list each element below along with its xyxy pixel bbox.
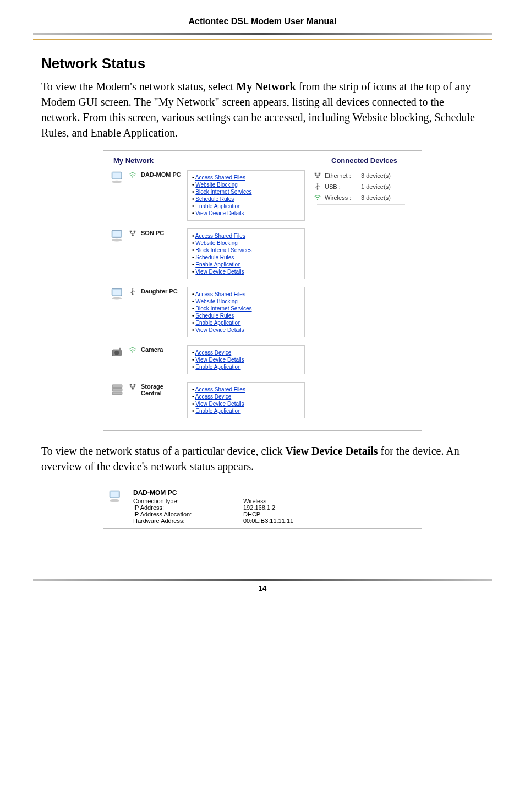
outro-paragraph: To view the network status of a particul… [41, 443, 484, 474]
header-divider [33, 33, 492, 35]
device-actions-box: Access Shared FilesAccess DeviceView Dev… [187, 382, 305, 418]
wireless-icon [314, 194, 321, 201]
outro-bold: View Device Details [285, 445, 378, 457]
device-name: DAD-MOM PC [141, 170, 183, 178]
device-action-link[interactable]: Enable Application [195, 203, 240, 209]
device-action-item: Website Blocking [192, 298, 300, 305]
device-action-link[interactable]: Schedule Rules [195, 313, 234, 319]
device-action-item: Block Internet Services [192, 247, 300, 254]
device-action-link[interactable]: Block Internet Services [195, 189, 251, 195]
ethernet-icon [129, 383, 136, 391]
device-action-item: Access Shared Files [192, 174, 300, 181]
device-action-item: Enable Application [192, 203, 300, 210]
details-label: IP Address Allocation: [133, 511, 243, 517]
connected-count: 3 device(s) [361, 172, 415, 179]
device-action-item: Access Device [192, 393, 300, 400]
device-action-link[interactable]: Schedule Rules [195, 196, 234, 202]
device-action-item: Website Blocking [192, 181, 300, 188]
device-action-item: Schedule Rules [192, 254, 300, 261]
details-value: 192.168.1.2 [243, 504, 417, 511]
connected-label: Ethernet : [325, 172, 358, 179]
device-details-panel: DAD-MOM PC Connection type: Wireless IP … [103, 484, 422, 529]
device-action-link[interactable]: Website Blocking [195, 240, 238, 246]
device-actions-box: Access Shared FilesWebsite BlockingBlock… [187, 228, 305, 279]
device-action-item: Access Shared Files [192, 386, 300, 393]
details-label: Connection type: [133, 498, 243, 504]
device-action-link[interactable]: Access Shared Files [195, 386, 245, 393]
device-action-link[interactable]: Website Blocking [195, 298, 238, 304]
section-title: Network Status [41, 55, 484, 72]
svg-point-2 [110, 499, 119, 502]
ethernet-icon [129, 230, 136, 237]
pc-icon [108, 489, 122, 503]
device-action-item: Enable Application [192, 407, 300, 415]
details-row: Hardware Address: 00:0E:B3:11.11.11 [133, 517, 417, 524]
device-actions-box: Access DeviceView Device DetailsEnable A… [187, 345, 305, 374]
device-action-link[interactable]: View Device Details [195, 269, 244, 275]
devices-column: My Network DAD-MOM PCAccess Shared Files… [103, 151, 311, 430]
device-details-icon-col [108, 489, 128, 524]
usb-icon [314, 183, 321, 190]
details-row: IP Address: 192.168.1.2 [133, 504, 417, 511]
device-action-link[interactable]: Enable Application [195, 364, 240, 370]
connected-row: Wireless : 3 device(s) [314, 192, 415, 203]
details-value: 00:0E:B3:11.11.11 [243, 517, 417, 524]
device-action-link[interactable]: Enable Application [195, 408, 240, 414]
details-value: Wireless [243, 498, 417, 504]
svg-rect-1 [111, 492, 119, 497]
connected-label: Wireless : [325, 194, 358, 201]
my-network-panel: My Network DAD-MOM PCAccess Shared Files… [103, 150, 422, 431]
device-action-link[interactable]: View Device Details [195, 357, 244, 363]
page-number: 14 [0, 584, 525, 592]
details-row: IP Address Allocation: DHCP [133, 511, 417, 517]
device-action-link[interactable]: Access Device [195, 350, 232, 356]
details-label: Hardware Address: [133, 517, 243, 524]
connected-row: USB : 1 device(s) [314, 181, 415, 192]
device-action-link[interactable]: View Device Details [195, 401, 244, 407]
intro-bold: My Network [236, 80, 296, 92]
device-action-link[interactable]: Access Device [195, 394, 232, 400]
intro-paragraph: To view the Modem's network status, sele… [41, 79, 484, 140]
panel-title: My Network [108, 156, 307, 169]
details-row: Connection type: Wireless [133, 498, 417, 504]
device-action-link[interactable]: Enable Application [195, 320, 240, 326]
connected-devices-column: Connected Devices Ethernet : 3 device(s)… [311, 151, 422, 430]
wireless-icon [129, 346, 136, 354]
device-action-link[interactable]: Access Shared Files [195, 175, 245, 181]
pc-icon [110, 287, 124, 301]
ethernet-icon [314, 172, 321, 179]
connected-count: 1 device(s) [361, 183, 415, 190]
details-value: DHCP [243, 511, 417, 517]
wireless-icon [129, 171, 136, 179]
connected-count: 3 device(s) [361, 194, 415, 201]
device-action-link[interactable]: Schedule Rules [195, 254, 234, 260]
footer-divider [33, 579, 492, 581]
manual-title: Actiontec DSL Modem User Manual [0, 0, 525, 33]
device-action-item: Enable Application [192, 363, 300, 370]
device-action-item: Access Shared Files [192, 291, 300, 298]
device-action-item: View Device Details [192, 326, 300, 334]
device-action-link[interactable]: Block Internet Services [195, 247, 251, 253]
device-row: CameraAccess DeviceView Device DetailsEn… [108, 344, 307, 381]
device-row: Daughter PCAccess Shared FilesWebsite Bl… [108, 286, 307, 344]
device-action-item: Access Shared Files [192, 232, 300, 239]
usb-icon [129, 288, 136, 296]
device-action-item: View Device Details [192, 356, 300, 363]
device-row: Storage CentralAccess Shared FilesAccess… [108, 381, 307, 425]
device-action-item: Schedule Rules [192, 312, 300, 319]
device-action-link[interactable]: View Device Details [195, 327, 244, 333]
connected-divider [317, 204, 405, 205]
device-action-link[interactable]: Access Shared Files [195, 291, 245, 297]
outro-text-before: To view the network status of a particul… [41, 445, 285, 457]
pc-icon [110, 170, 124, 184]
camera-icon [110, 345, 124, 359]
device-action-link[interactable]: View Device Details [195, 210, 244, 216]
device-action-link[interactable]: Enable Application [195, 261, 240, 268]
device-action-link[interactable]: Access Shared Files [195, 233, 245, 239]
device-action-item: Block Internet Services [192, 188, 300, 195]
storage-icon [110, 382, 124, 396]
device-action-link[interactable]: Website Blocking [195, 182, 238, 188]
device-action-item: Access Device [192, 349, 300, 356]
device-action-link[interactable]: Block Internet Services [195, 306, 251, 312]
device-actions-box: Access Shared FilesWebsite BlockingBlock… [187, 287, 305, 337]
